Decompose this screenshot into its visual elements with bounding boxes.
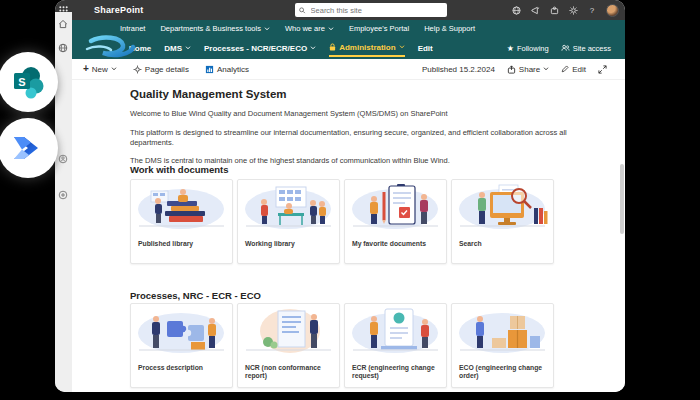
site-navigation: Home DMS Processes - NCR/ECR/ECO Adminis… (129, 40, 433, 57)
card-ncr[interactable]: NCR (non conformance report) (237, 303, 340, 388)
illustration-search (452, 180, 553, 234)
card-working-library[interactable]: Working library (237, 179, 340, 264)
hubnav-item-employees-portal[interactable]: Employee's Portal (349, 24, 409, 33)
illustration-working-library (238, 180, 339, 234)
card-label: Working library (238, 234, 339, 248)
command-bar-left: + New Page details Analytics (83, 64, 249, 74)
site-header: Home DMS Processes - NCR/ECR/ECO Adminis… (55, 37, 625, 59)
browser-window: SharePoint (55, 0, 625, 392)
card-eco[interactable]: ECO (engineering change order) (451, 303, 554, 388)
following-button[interactable]: ★ Following (507, 44, 549, 53)
card-process-description[interactable]: Process description (130, 303, 233, 388)
user-avatar[interactable] (606, 4, 619, 17)
svg-text:S: S (18, 76, 25, 88)
section-heading-work-with-documents: Work with documents (130, 164, 229, 175)
site-search[interactable] (295, 3, 447, 17)
globe-icon[interactable] (511, 5, 521, 15)
card-row-processes: Process description NCR (non conformance… (130, 303, 554, 388)
megaphone-icon[interactable] (530, 5, 540, 15)
people-icon (561, 44, 570, 52)
command-bar-right: Published 15.2.2024 Share Edit (422, 65, 607, 74)
sharepoint-app-badge[interactable]: S (0, 52, 58, 112)
card-ecr[interactable]: ECR (engineering change request) (344, 303, 447, 388)
chevron-down-icon (328, 27, 334, 31)
page-canvas: Quality Management System Welcome to Blu… (130, 80, 612, 166)
page-content: Quality Management System Welcome to Blu… (72, 80, 625, 392)
card-label: Process description (131, 358, 232, 372)
illustration-process-description (131, 304, 232, 358)
power-automate-app-badge[interactable] (0, 118, 58, 178)
site-access-button[interactable]: Site access (561, 44, 611, 53)
site-header-actions: ★ Following Site access (507, 37, 611, 59)
home-icon[interactable] (58, 15, 69, 26)
illustration-ncr (238, 304, 339, 358)
chevron-down-icon (185, 46, 191, 50)
create-plus-icon[interactable] (58, 186, 69, 197)
sitenav-item-dms[interactable]: DMS (164, 41, 191, 56)
illustration-my-favorite-documents (345, 180, 446, 234)
published-status: Published 15.2.2024 (422, 65, 495, 74)
search-input[interactable] (309, 5, 443, 16)
card-label: ECR (engineering change request) (345, 358, 446, 380)
hubnav-item-who-we-are[interactable]: Who we are (285, 24, 334, 33)
sitenav-item-administration[interactable]: Administration (329, 40, 404, 57)
new-button[interactable]: + New (83, 64, 117, 74)
puzzle-icon[interactable] (549, 5, 559, 15)
settings-icon[interactable] (568, 5, 578, 15)
card-my-favorite-documents[interactable]: My favorite documents (344, 179, 447, 264)
star-icon: ★ (507, 44, 514, 53)
sitenav-item-edit[interactable]: Edit (418, 41, 433, 56)
illustration-ecr (345, 304, 446, 358)
my-sites-globe-icon[interactable] (58, 39, 69, 50)
hubnav-item-help-support[interactable]: Help & Support (424, 24, 475, 33)
suite-bar: SharePoint (55, 0, 625, 20)
chevron-down-icon (111, 67, 117, 71)
intro-paragraph: Welcome to Blue Wind Quality and Documen… (130, 109, 612, 119)
my-news-icon[interactable] (58, 150, 69, 161)
expand-button[interactable] (598, 65, 607, 74)
card-search[interactable]: Search (451, 179, 554, 264)
chevron-down-icon (310, 46, 316, 50)
sitenav-item-processes[interactable]: Processes - NCR/ECR/ECO (204, 41, 316, 56)
analytics-icon (205, 65, 214, 74)
platform-paragraph: This platform is designed to streamline … (130, 128, 612, 148)
illustration-eco (452, 304, 553, 358)
card-label: ECO (engineering change order) (452, 358, 553, 380)
chevron-down-icon (399, 45, 405, 49)
search-icon (299, 7, 306, 14)
page-title: Quality Management System (130, 88, 612, 100)
illustration-published-library (131, 180, 232, 234)
scrollbar[interactable] (620, 164, 624, 234)
section-heading-processes: Processes, NRC - ECR - ECO (130, 290, 261, 301)
suite-app-name[interactable]: SharePoint (94, 5, 144, 15)
card-label: Search (452, 234, 553, 248)
card-label: My favorite documents (345, 234, 446, 248)
help-icon[interactable]: ? (587, 5, 597, 15)
analytics-button[interactable]: Analytics (205, 65, 249, 74)
card-published-library[interactable]: Published library (130, 179, 233, 264)
card-row-documents: Published library (130, 179, 554, 264)
card-label: NCR (non conformance report) (238, 358, 339, 380)
command-bar: + New Page details Analytics Published 1… (55, 59, 625, 80)
chevron-down-icon (264, 27, 270, 31)
suite-icons: ? (511, 0, 619, 20)
card-label: Published library (131, 234, 232, 248)
power-automate-logo-icon (11, 131, 45, 165)
edit-button[interactable]: Edit (561, 65, 586, 74)
chevron-down-icon (543, 67, 549, 71)
lock-icon (329, 43, 336, 51)
page-details-button[interactable]: Page details (133, 65, 189, 74)
share-button[interactable]: Share (507, 65, 549, 74)
hubnav-item-departments[interactable]: Departments & Business tools (160, 24, 269, 33)
sharepoint-app-bar (55, 12, 72, 392)
share-icon (507, 65, 516, 74)
plus-icon: + (83, 64, 89, 74)
page-details-icon (133, 65, 142, 74)
screenshot-stage: SharePoint (0, 0, 700, 400)
expand-icon (598, 65, 607, 74)
hubnav-item-intranet[interactable]: Intranet (120, 24, 145, 33)
pencil-icon (561, 65, 569, 73)
sharepoint-logo-icon: S (11, 65, 45, 99)
